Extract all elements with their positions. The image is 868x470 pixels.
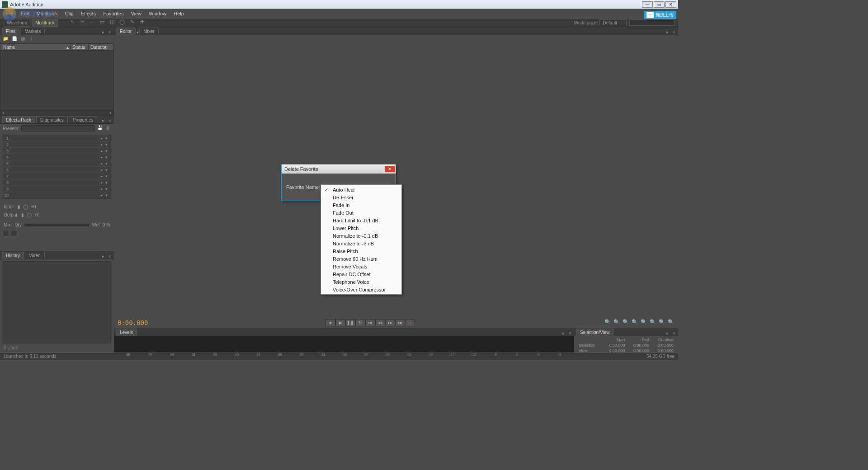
play-button[interactable]: ▶ <box>335 319 345 326</box>
fx-apply-button[interactable] <box>11 230 17 236</box>
dropdown-item[interactable]: De-Esser <box>321 193 401 201</box>
skip-back-button[interactable]: ⏮ <box>365 319 375 326</box>
minimize-button[interactable]: — <box>642 1 653 8</box>
timecode-display[interactable]: 0:00.000 <box>118 319 148 326</box>
panel-close-icon[interactable]: × <box>671 331 677 336</box>
col-status[interactable]: Status <box>70 45 88 50</box>
zoom-out-time-icon[interactable]: 🔍 <box>613 319 620 326</box>
slip-tool-icon[interactable]: ↔ <box>89 19 96 26</box>
dropdown-item[interactable]: Fade Out <box>321 209 401 216</box>
dropdown-item[interactable]: Normalize to -3 dB <box>321 240 401 247</box>
close-button[interactable]: ✕ <box>665 1 676 8</box>
dropdown-item[interactable]: ✓Auto Heal <box>321 186 401 193</box>
open-file-icon[interactable]: 📁 <box>3 36 9 42</box>
mix-slider[interactable] <box>24 224 89 226</box>
sel-end[interactable]: 0:00.000 <box>627 343 651 348</box>
wet-value[interactable]: 0 % <box>103 222 110 227</box>
search-input[interactable] <box>629 19 675 26</box>
move-tool-icon[interactable]: ↖ <box>69 19 76 26</box>
dropdown-item[interactable]: Raise Pitch <box>321 247 401 255</box>
panel-close-icon[interactable]: × <box>107 118 113 123</box>
presets-dropdown[interactable] <box>21 125 95 132</box>
files-scrollbar[interactable]: ◂ ▸ <box>0 110 114 116</box>
tab-selection-view[interactable]: Selection/View <box>576 329 613 336</box>
tab-editor[interactable]: Editor <box>116 28 136 35</box>
panel-close-icon[interactable]: × <box>671 30 677 35</box>
menu-favorites[interactable]: Favorites <box>99 10 127 17</box>
files-column-header[interactable]: Name ▴ Status Duration <box>0 43 114 51</box>
workspace-dropdown[interactable]: Default <box>599 19 627 26</box>
view-start[interactable]: 0:00.000 <box>602 348 627 353</box>
tab-history[interactable]: History <box>2 252 24 259</box>
panel-close-icon[interactable]: × <box>107 254 113 259</box>
panel-close-icon[interactable]: × <box>107 30 113 35</box>
view-end[interactable]: 0:00.000 <box>627 348 651 353</box>
zoom-out-pt-icon[interactable]: 🔍 <box>667 319 675 326</box>
menu-view[interactable]: View <box>127 10 145 17</box>
tab-markers[interactable]: Markers <box>20 28 45 35</box>
output-knob[interactable]: ◯ <box>27 212 32 217</box>
lasso-tool-icon[interactable]: ◯ <box>118 19 126 26</box>
multitrack-mode-button[interactable]: Multitrack <box>32 19 58 27</box>
scroll-right-icon[interactable]: ▸ <box>108 111 113 115</box>
record-button[interactable]: ● <box>405 319 415 326</box>
dropdown-item[interactable]: Voice-Over Compressor <box>321 286 401 293</box>
sel-dur[interactable]: 0:00.000 <box>651 343 675 348</box>
tab-video[interactable]: Video <box>25 252 44 259</box>
insert-icon[interactable]: ⤓ <box>30 36 36 42</box>
tab-mixer[interactable]: Mixer <box>139 28 158 35</box>
fx-slot[interactable]: 8▸▾ <box>3 179 111 186</box>
zoom-out-amp-icon[interactable]: 🔍 <box>631 319 638 326</box>
time-select-tool-icon[interactable]: ▭ <box>99 19 106 26</box>
sort-icon[interactable]: ▴ <box>65 45 70 50</box>
menu-clip[interactable]: Clip <box>61 10 77 17</box>
fx-power-button[interactable] <box>3 230 9 236</box>
input-knob[interactable]: ◯ <box>23 204 28 209</box>
stop-button[interactable]: ■ <box>326 319 335 326</box>
fx-slot[interactable]: 9▸▾ <box>3 186 111 192</box>
sel-start[interactable]: 0:00.000 <box>602 343 627 348</box>
save-preset-icon[interactable]: 💾 <box>97 125 103 132</box>
heal-tool-icon[interactable]: ✚ <box>138 19 146 26</box>
zoom-in-time-icon[interactable]: 🔍 <box>604 319 611 326</box>
col-name[interactable]: Name <box>0 45 65 50</box>
menu-window[interactable]: Window <box>145 10 170 17</box>
zoom-in-amp-icon[interactable]: 🔍 <box>622 319 629 326</box>
zoom-in-pt-icon[interactable]: 🔍 <box>658 319 665 326</box>
menu-help[interactable]: Help <box>170 10 188 17</box>
razor-tool-icon[interactable]: ✂ <box>79 19 86 26</box>
menu-effects[interactable]: Effects <box>77 10 99 17</box>
fx-slot[interactable]: 7▸▾ <box>3 173 111 179</box>
history-list[interactable] <box>3 261 111 343</box>
import-icon[interactable]: 📄 <box>12 36 18 42</box>
panel-menu-icon[interactable]: ▾ <box>560 331 566 336</box>
fx-slot[interactable]: 4▸▾ <box>3 154 111 160</box>
fx-slot[interactable]: 5▸▾ <box>3 160 111 167</box>
zoom-full-icon[interactable]: 🔍 <box>640 319 647 326</box>
zoom-sel-icon[interactable]: 🔍 <box>649 319 656 326</box>
tab-properties[interactable]: Properties <box>69 116 98 123</box>
dropdown-item[interactable]: Fade In <box>321 201 401 209</box>
tab-effects-rack[interactable]: Effects Rack <box>2 116 35 123</box>
panel-menu-icon[interactable]: ▾ <box>99 254 106 259</box>
tab-diagnostics[interactable]: Diagnostics <box>36 116 68 123</box>
brush-tool-icon[interactable]: ✎ <box>128 19 136 26</box>
fx-slot[interactable]: 10▸▾ <box>3 192 111 198</box>
fx-slot[interactable]: 6▸▾ <box>3 167 111 173</box>
panel-menu-icon[interactable]: ▾ <box>664 331 670 336</box>
col-duration[interactable]: Duration <box>88 45 113 50</box>
dropdown-item[interactable]: Telephone Voice <box>321 278 401 286</box>
dropdown-item[interactable]: Remove 60 Hz Hum <box>321 255 401 263</box>
files-list[interactable] <box>0 51 114 110</box>
cc-upload-button[interactable]: ∞ 拖拽上传 <box>644 11 676 19</box>
dropdown-item[interactable]: Hard Limit to -0.1 dB <box>321 216 401 224</box>
panel-menu-icon[interactable]: ▾ <box>99 118 106 123</box>
menu-edit[interactable]: Edit <box>17 10 33 17</box>
menu-file[interactable]: File <box>2 10 17 17</box>
loop-button[interactable]: ↻ <box>355 319 365 326</box>
tab-files[interactable]: Files <box>2 28 19 35</box>
fx-slot[interactable]: 2▸▾ <box>3 141 111 148</box>
pause-button[interactable]: ❚❚ <box>345 319 355 326</box>
dropdown-item[interactable]: Normalize to -0.1 dB <box>321 232 401 240</box>
skip-fwd-button[interactable]: ⏭ <box>395 319 405 326</box>
